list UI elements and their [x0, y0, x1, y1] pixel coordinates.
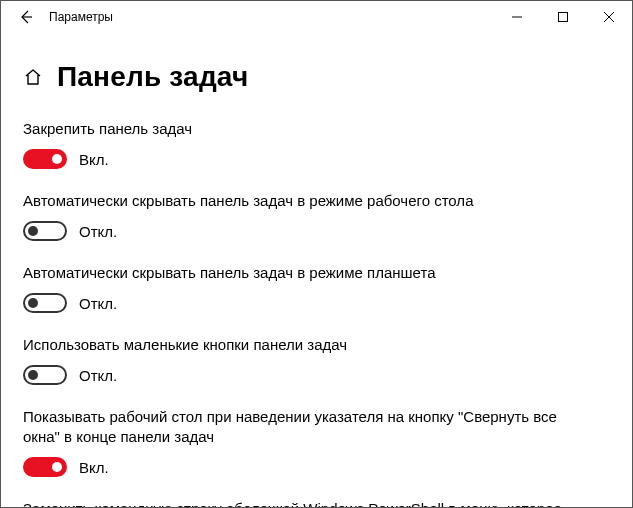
content-area: Панель задач Закрепить панель задач Вкл.… [1, 33, 632, 508]
page-header: Панель задач [23, 61, 610, 93]
setting-label: Закрепить панель задач [23, 119, 583, 139]
setting-label: Автоматически скрывать панель задач в ре… [23, 191, 583, 211]
setting-autohide-tablet: Автоматически скрывать панель задач в ре… [23, 263, 610, 313]
setting-label: Автоматически скрывать панель задач в ре… [23, 263, 583, 283]
setting-lock-taskbar: Закрепить панель задач Вкл. [23, 119, 610, 169]
home-icon[interactable] [23, 67, 43, 87]
titlebar: Параметры [1, 1, 632, 33]
setting-peek-desktop: Показывать рабочий стол при наведении ук… [23, 407, 610, 477]
setting-label: Показывать рабочий стол при наведении ук… [23, 407, 583, 447]
svg-rect-2 [559, 13, 568, 22]
setting-autohide-desktop: Автоматически скрывать панель задач в ре… [23, 191, 610, 241]
window-controls [494, 1, 632, 33]
back-button[interactable] [11, 1, 41, 33]
toggle-state: Вкл. [79, 459, 109, 476]
minimize-button[interactable] [494, 1, 540, 33]
setting-powershell-label: Заменить командную строку оболочкой Wind… [23, 499, 583, 508]
toggle-lock-taskbar[interactable] [23, 149, 67, 169]
setting-label: Использовать маленькие кнопки панели зад… [23, 335, 583, 355]
toggle-state: Вкл. [79, 151, 109, 168]
window-title: Параметры [49, 10, 113, 24]
page-title: Панель задач [57, 61, 248, 93]
toggle-autohide-tablet[interactable] [23, 293, 67, 313]
toggle-state: Откл. [79, 223, 117, 240]
close-button[interactable] [586, 1, 632, 33]
toggle-autohide-desktop[interactable] [23, 221, 67, 241]
toggle-state: Откл. [79, 367, 117, 384]
maximize-button[interactable] [540, 1, 586, 33]
toggle-state: Откл. [79, 295, 117, 312]
toggle-small-buttons[interactable] [23, 365, 67, 385]
toggle-peek-desktop[interactable] [23, 457, 67, 477]
setting-small-buttons: Использовать маленькие кнопки панели зад… [23, 335, 610, 385]
